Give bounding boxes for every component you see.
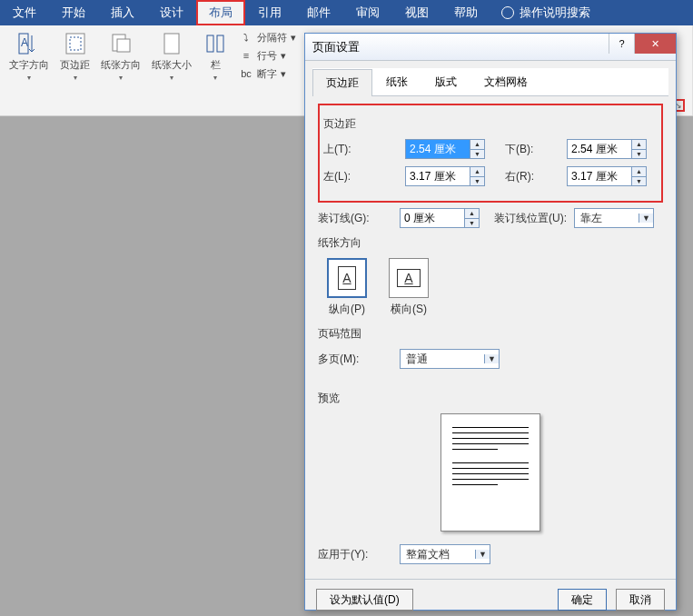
size-button[interactable]: 纸张大小▾ bbox=[148, 29, 195, 84]
down-icon[interactable]: ▼ bbox=[470, 149, 485, 160]
svg-rect-2 bbox=[66, 34, 84, 54]
tab-layout[interactable]: 布局 bbox=[196, 0, 245, 25]
gutter-pos-label: 装订线位置(U): bbox=[494, 211, 567, 226]
up-icon[interactable]: ▲ bbox=[470, 139, 485, 149]
multi-combo[interactable]: 普通▼ bbox=[400, 349, 500, 369]
bottom-label: 下(B): bbox=[505, 142, 559, 157]
svg-rect-6 bbox=[164, 34, 179, 54]
tab-mailings[interactable]: 邮件 bbox=[294, 0, 343, 25]
tab-view[interactable]: 视图 bbox=[392, 0, 441, 25]
gutter-label: 装订线(G): bbox=[318, 211, 392, 226]
top-input[interactable] bbox=[405, 139, 470, 159]
dialog-titlebar: 页面设置 ? ✕ bbox=[305, 34, 676, 61]
text-direction-icon: A bbox=[16, 31, 42, 56]
left-label: 左(L): bbox=[323, 169, 398, 184]
section-margins-title: 页边距 bbox=[323, 116, 658, 132]
gutter-input[interactable] bbox=[400, 208, 465, 228]
hyphenation-button[interactable]: bc断字 ▾ bbox=[235, 65, 300, 82]
margins-button[interactable]: 页边距▾ bbox=[56, 29, 94, 84]
tab-review[interactable]: 审阅 bbox=[343, 0, 392, 25]
columns-button[interactable]: 栏▾ bbox=[199, 29, 232, 84]
set-default-button[interactable]: 设为默认值(D) bbox=[316, 589, 413, 611]
dialog-help-button[interactable]: ? bbox=[609, 34, 634, 54]
multi-label: 多页(M): bbox=[318, 352, 392, 367]
dlg-tab-grid[interactable]: 文档网格 bbox=[470, 68, 541, 95]
columns-icon bbox=[203, 31, 228, 56]
portrait-option[interactable]: A 纵向(P) bbox=[327, 258, 367, 317]
bottom-spinner[interactable]: ▲▼ bbox=[567, 139, 647, 159]
right-label: 右(R): bbox=[505, 169, 559, 184]
dlg-tab-layout[interactable]: 版式 bbox=[421, 68, 470, 95]
preview-thumbnail bbox=[441, 413, 540, 532]
svg-rect-5 bbox=[117, 39, 130, 52]
margins-highlight-box: 页边距 上(T): ▲▼ 下(B): ▲▼ 左(L): ▲▼ 右(R): ▲▼ bbox=[318, 104, 663, 203]
chevron-down-icon[interactable]: ▼ bbox=[475, 550, 490, 559]
gutter-pos-combo[interactable]: 靠左▼ bbox=[574, 208, 654, 228]
left-spinner[interactable]: ▲▼ bbox=[405, 166, 485, 186]
right-input[interactable] bbox=[567, 166, 632, 186]
tab-insert[interactable]: 插入 bbox=[98, 0, 147, 25]
svg-rect-7 bbox=[207, 35, 213, 52]
tab-home[interactable]: 开始 bbox=[49, 0, 98, 25]
dialog-title: 页面设置 bbox=[312, 39, 360, 55]
ribbon-tabs: 文件 开始 插入 设计 布局 引用 邮件 审阅 视图 帮助 操作说明搜索 bbox=[0, 0, 693, 25]
apply-label: 应用于(Y): bbox=[318, 547, 392, 562]
page-setup-dialog: 页面设置 ? ✕ 页边距 纸张 版式 文档网格 页边距 上(T): ▲▼ 下(B… bbox=[304, 33, 677, 611]
tab-file[interactable]: 文件 bbox=[0, 0, 49, 25]
dlg-tab-paper[interactable]: 纸张 bbox=[372, 68, 421, 95]
section-pages-title: 页码范围 bbox=[318, 326, 663, 342]
tab-design[interactable]: 设计 bbox=[147, 0, 196, 25]
dialog-tabs: 页边距 纸张 版式 文档网格 bbox=[312, 68, 668, 96]
section-orientation-title: 纸张方向 bbox=[318, 235, 663, 251]
dlg-tab-margins[interactable]: 页边距 bbox=[312, 69, 372, 96]
top-spinner[interactable]: ▲▼ bbox=[405, 139, 485, 159]
right-spinner[interactable]: ▲▼ bbox=[567, 166, 647, 186]
svg-text:A: A bbox=[21, 36, 28, 49]
tab-help[interactable]: 帮助 bbox=[441, 0, 490, 25]
dialog-footer: 设为默认值(D) 确定 取消 bbox=[305, 579, 676, 616]
cancel-button[interactable]: 取消 bbox=[616, 589, 665, 611]
orientation-button[interactable]: 纸张方向▾ bbox=[97, 29, 144, 84]
margins-icon bbox=[63, 31, 88, 56]
left-input[interactable] bbox=[405, 166, 470, 186]
line-numbers-icon: ≡ bbox=[239, 48, 253, 63]
chevron-down-icon[interactable]: ▼ bbox=[484, 354, 499, 363]
landscape-option[interactable]: A 横向(S) bbox=[389, 258, 429, 317]
breaks-button[interactable]: ⤵分隔符 ▾ bbox=[235, 29, 300, 45]
landscape-icon: A bbox=[397, 269, 421, 287]
gutter-spinner[interactable]: ▲▼ bbox=[400, 208, 480, 228]
bottom-input[interactable] bbox=[567, 139, 632, 159]
line-numbers-button[interactable]: ≡行号 ▾ bbox=[235, 47, 300, 64]
dialog-content: 页边距 上(T): ▲▼ 下(B): ▲▼ 左(L): ▲▼ 右(R): ▲▼ … bbox=[305, 96, 676, 579]
section-preview-title: 预览 bbox=[318, 391, 663, 406]
tell-me-search[interactable]: 操作说明搜索 bbox=[490, 0, 601, 25]
chevron-down-icon[interactable]: ▼ bbox=[639, 214, 653, 223]
svg-rect-8 bbox=[217, 35, 223, 52]
ok-button[interactable]: 确定 bbox=[558, 589, 607, 611]
text-direction-button[interactable]: A 文字方向▾ bbox=[5, 29, 53, 84]
tell-me-label: 操作说明搜索 bbox=[520, 5, 590, 21]
hyphenation-icon: bc bbox=[239, 66, 253, 81]
top-label: 上(T): bbox=[323, 142, 398, 157]
dialog-close-button[interactable]: ✕ bbox=[634, 34, 676, 54]
orientation-icon bbox=[108, 31, 134, 56]
tab-references[interactable]: 引用 bbox=[245, 0, 294, 25]
apply-combo[interactable]: 整篇文档▼ bbox=[400, 544, 490, 564]
lightbulb-icon bbox=[501, 6, 514, 19]
breaks-icon: ⤵ bbox=[239, 30, 253, 45]
portrait-icon: A bbox=[338, 266, 356, 290]
size-icon bbox=[159, 31, 184, 56]
